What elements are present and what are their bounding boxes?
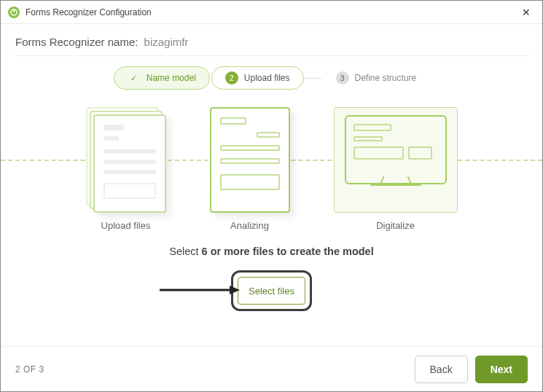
step-number: 2 [225, 71, 238, 85]
divider [14, 55, 529, 56]
annotation-arrow-icon [160, 285, 240, 295]
card-digitalize: Digitalize [334, 107, 458, 231]
annotation-highlight: Select files [231, 270, 312, 311]
wizard-footer: 2 OF 3 Back Next [1, 346, 542, 391]
name-value: bizagimfr [144, 36, 189, 48]
step-name-model[interactable]: ✓ Name model [114, 66, 210, 90]
step-label: Upload files [244, 73, 290, 83]
window-title: Forms Recognizer Configuration [26, 7, 517, 17]
card-analyzing: Analizing [210, 107, 290, 231]
card-caption: Digitalize [376, 220, 415, 231]
page-indicator: 2 OF 3 [15, 364, 407, 375]
name-label: Forms Recognizer name: [15, 36, 138, 48]
step-number: 3 [336, 71, 349, 85]
select-files-row: Select files [1, 270, 542, 311]
step-upload-files[interactable]: 2 Upload files [211, 66, 304, 90]
card-upload-files: Upload files [86, 107, 166, 231]
monitor-icon [334, 107, 458, 213]
card-caption: Upload files [101, 220, 151, 231]
next-button[interactable]: Next [475, 356, 528, 383]
title-bar: Forms Recognizer Configuration ✕ [1, 1, 542, 24]
wizard-stepper: ✓ Name model 2 Upload files 3 Define str… [1, 66, 542, 90]
close-icon[interactable]: ✕ [517, 7, 535, 18]
card-caption: Analizing [230, 220, 269, 231]
step-define-structure: 3 Define structure [323, 67, 430, 89]
app-icon [8, 7, 20, 18]
instruction-bold: 6 or more files to create the model [202, 246, 374, 257]
document-outline-icon [210, 107, 290, 213]
instruction-text: Select 6 or more files to create the mod… [1, 246, 542, 257]
select-files-button[interactable]: Select files [238, 277, 305, 305]
check-icon: ✓ [128, 71, 141, 85]
document-stack-icon [86, 107, 166, 213]
step-separator [305, 78, 321, 79]
step-label: Name model [147, 73, 196, 83]
step-label: Define structure [355, 73, 417, 83]
instruction-prefix: Select [169, 246, 201, 257]
recognizer-name-row: Forms Recognizer name: bizagimfr [1, 24, 542, 55]
svg-marker-3 [230, 286, 240, 294]
illustration-row: Upload files Analizing [1, 107, 542, 246]
back-button[interactable]: Back [415, 356, 468, 383]
